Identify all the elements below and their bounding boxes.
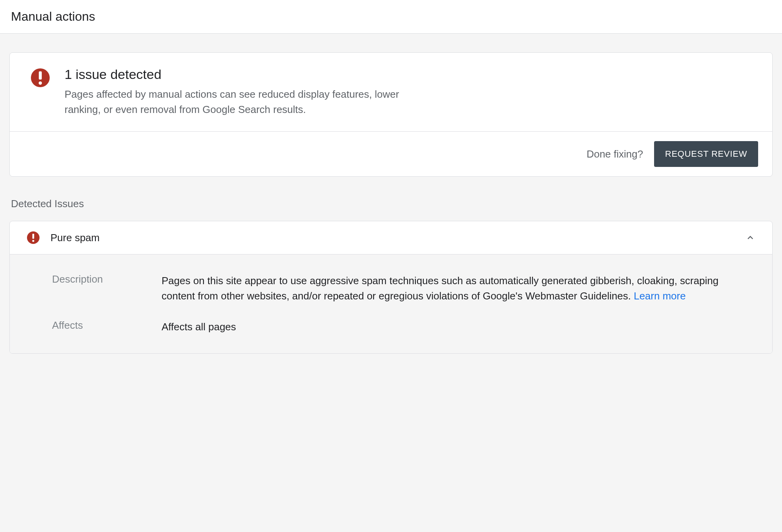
action-bar: Done fixing? REQUEST REVIEW xyxy=(10,131,772,176)
alert-icon xyxy=(31,68,50,87)
svg-rect-0 xyxy=(39,72,42,80)
svg-point-1 xyxy=(39,81,42,84)
description-row: Description Pages on this site appear to… xyxy=(52,273,753,304)
alert-title: 1 issue detected xyxy=(65,67,753,82)
issue-name: Pure spam xyxy=(50,232,734,244)
affects-value: Affects all pages xyxy=(162,319,753,335)
alert-header: 1 issue detected Pages affected by manua… xyxy=(10,53,772,131)
issue-body: Description Pages on this site appear to… xyxy=(10,254,772,353)
page-title: Manual actions xyxy=(11,9,771,24)
svg-rect-2 xyxy=(32,234,34,239)
svg-point-3 xyxy=(32,240,34,242)
affects-label: Affects xyxy=(52,319,138,335)
description-value: Pages on this site appear to use aggress… xyxy=(162,273,753,304)
description-label: Description xyxy=(52,273,138,304)
chevron-up-icon xyxy=(745,232,756,243)
page-header: Manual actions xyxy=(0,0,782,34)
issue-summary-card: 1 issue detected Pages affected by manua… xyxy=(9,52,773,177)
request-review-button[interactable]: REQUEST REVIEW xyxy=(654,141,758,167)
learn-more-link[interactable]: Learn more xyxy=(634,290,686,302)
alert-text: 1 issue detected Pages affected by manua… xyxy=(65,67,753,117)
alert-description: Pages affected by manual actions can see… xyxy=(65,87,424,117)
issue-header[interactable]: Pure spam xyxy=(10,221,772,254)
alert-icon xyxy=(27,231,40,244)
affects-row: Affects Affects all pages xyxy=(52,319,753,335)
issue-card: Pure spam Description Pages on this site… xyxy=(9,221,773,354)
detected-issues-title: Detected Issues xyxy=(11,198,773,210)
content-area: 1 issue detected Pages affected by manua… xyxy=(0,34,782,363)
done-fixing-label: Done fixing? xyxy=(586,148,643,160)
